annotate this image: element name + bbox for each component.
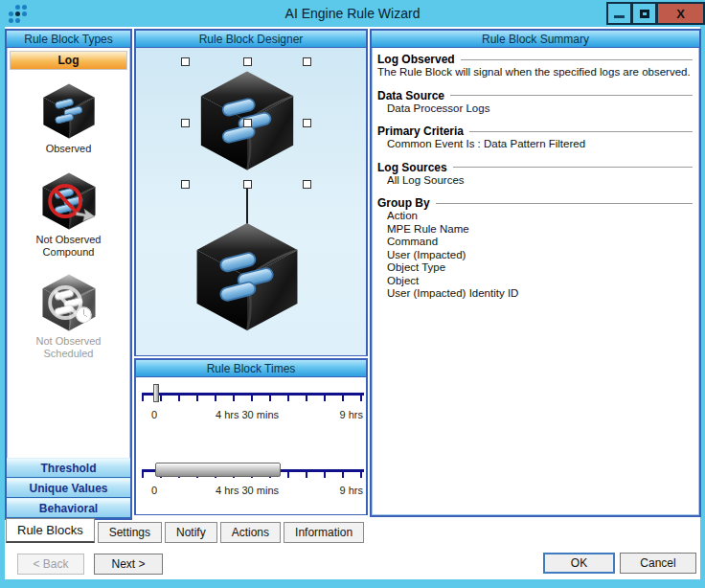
- rule-type-not-observed-scheduled: Not Observed Scheduled: [7, 272, 130, 360]
- not-observed-cube-icon: [38, 170, 100, 232]
- tab-actions[interactable]: Actions: [220, 522, 281, 543]
- slider1-max-label: 9 hrs: [340, 409, 363, 420]
- unique-values-category-button[interactable]: Unique Values: [7, 478, 130, 498]
- rule-block-times-panel: Rule Block Times 0 4 hrs 30 mins 9 hrs 0…: [134, 358, 368, 515]
- time-slider-ticks: [142, 396, 362, 401]
- minimize-icon: [614, 15, 625, 18]
- slider1-min-label: 0: [151, 409, 157, 420]
- section-line: Data Processor Logs: [377, 102, 693, 116]
- maximize-button[interactable]: [631, 2, 657, 25]
- section-title-primary-criteria: Primary Criteria: [377, 124, 693, 138]
- rule-block-times-header: Rule Block Times: [136, 360, 366, 377]
- designer-canvas[interactable]: [136, 48, 366, 355]
- minimize-button[interactable]: [606, 2, 632, 25]
- rule-type-label: Not Observed Scheduled: [16, 335, 122, 360]
- tab-information[interactable]: Information: [284, 522, 364, 543]
- behavioral-category-button[interactable]: Behavioral: [7, 498, 130, 518]
- tab-settings[interactable]: Settings: [98, 522, 162, 543]
- close-icon: X: [676, 7, 685, 21]
- not-observed-scheduled-cube-icon: [38, 272, 100, 333]
- rule-type-not-observed-compound[interactable]: Not Observed Compound: [7, 170, 130, 259]
- close-button[interactable]: X: [656, 2, 705, 25]
- selection-handle[interactable]: [303, 57, 311, 66]
- selection-handle[interactable]: [243, 119, 252, 127]
- rule-block-summary-panel: Rule Block Summary Log Observed The Rule…: [370, 29, 701, 517]
- times-body: 0 4 hrs 30 mins 9 hrs 0 4 hrs 30 mins 9 …: [136, 377, 366, 514]
- slider1-mid-label: 4 hrs 30 mins: [216, 409, 279, 420]
- slider2-max-label: 9 hrs: [340, 485, 363, 496]
- group-by-item: User (Impacted) Identity ID: [377, 287, 693, 301]
- window-title: AI Engine Rule Wizard: [0, 0, 705, 27]
- threshold-category-button[interactable]: Threshold: [7, 458, 130, 478]
- tab-notify[interactable]: Notify: [165, 522, 217, 543]
- selection-handle[interactable]: [243, 180, 252, 189]
- selection-handle[interactable]: [303, 119, 311, 127]
- ai-engine-rule-wizard-window: AI Engine Rule Wizard X Rule Block Types…: [0, 0, 705, 588]
- time-slider-thumb[interactable]: [153, 384, 159, 402]
- slider2-min-label: 0: [151, 485, 157, 496]
- rule-type-observed[interactable]: Observed: [7, 81, 130, 155]
- rule-block-designer-header: Rule Block Designer: [136, 31, 366, 48]
- rule-type-label: Observed: [16, 143, 122, 155]
- group-by-item: Command: [377, 236, 693, 249]
- left-panel-spacer: [7, 360, 130, 458]
- section-title-data-source: Data Source: [377, 89, 693, 102]
- rule-block-designer-panel: Rule Block Designer: [134, 29, 368, 356]
- selection-handle[interactable]: [303, 180, 311, 189]
- selection-handle[interactable]: [181, 57, 190, 66]
- cancel-button[interactable]: Cancel: [620, 553, 696, 574]
- rule-block-types-header: Rule Block Types: [7, 31, 130, 48]
- summary-body: Log Observed The Rule Block will signal …: [372, 48, 699, 301]
- section-line: All Log Sources: [377, 174, 693, 188]
- selection-handle[interactable]: [181, 119, 190, 127]
- range-slider-bar[interactable]: [155, 463, 281, 477]
- section-title-log-observed: Log Observed: [377, 53, 693, 66]
- observed-cube-icon: [39, 81, 99, 141]
- tab-rule-blocks[interactable]: Rule Blocks: [6, 518, 95, 543]
- log-category-button[interactable]: Log: [10, 51, 127, 70]
- group-by-item: Object Type: [377, 261, 693, 275]
- section-line: The Rule Block will signal when the spec…: [377, 66, 693, 79]
- group-by-item: Object: [377, 275, 693, 288]
- wizard-tab-strip: Rule Blocks Settings Notify Actions Info…: [6, 518, 367, 543]
- maximize-icon: [640, 10, 649, 18]
- group-by-item: Action: [377, 210, 693, 223]
- rule-block-cube[interactable]: [189, 218, 306, 335]
- section-line: Common Event Is : Data Pattern Filtered: [377, 138, 693, 151]
- group-by-item: User (Impacted): [377, 249, 693, 262]
- rule-type-label: Not Observed Compound: [16, 234, 122, 259]
- next-button[interactable]: Next >: [94, 554, 163, 575]
- rule-block-summary-header: Rule Block Summary: [372, 31, 699, 48]
- section-title-group-by: Group By: [377, 196, 693, 210]
- section-title-log-sources: Log Sources: [377, 161, 693, 174]
- ok-button[interactable]: OK: [543, 553, 615, 574]
- title-bar[interactable]: AI Engine Rule Wizard X: [0, 0, 705, 27]
- group-by-item: MPE Rule Name: [377, 223, 693, 237]
- slider2-mid-label: 4 hrs 30 mins: [216, 485, 279, 496]
- selection-handle[interactable]: [181, 180, 190, 189]
- selection-handle[interactable]: [243, 57, 252, 66]
- rule-block-types-panel: Rule Block Types Log Observed Not Observ…: [5, 29, 132, 520]
- back-button: < Back: [17, 554, 84, 575]
